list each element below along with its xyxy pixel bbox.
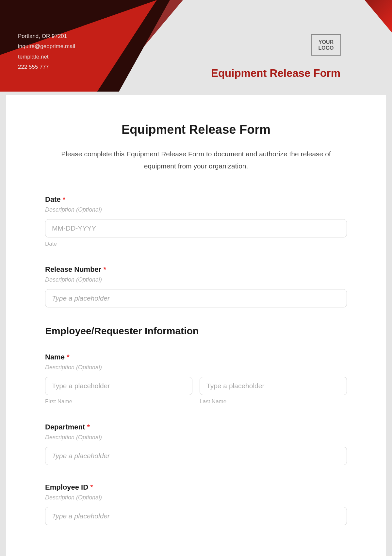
org-contact-block: Portland, OR 97201 inquire@geoprime.mail… xyxy=(18,31,75,72)
first-name-input[interactable] xyxy=(45,377,192,395)
banner-corner-accent xyxy=(346,0,392,33)
first-name-helper: First Name xyxy=(45,398,192,405)
required-marker: * xyxy=(104,265,106,273)
logo-text: YOUR LOGO xyxy=(312,39,340,51)
department-label: Department xyxy=(45,423,85,431)
release-number-input[interactable] xyxy=(45,289,347,307)
date-description: Description (Optional) xyxy=(45,206,347,213)
date-label-row: Date * xyxy=(45,195,347,204)
field-date: Date * Description (Optional) Date xyxy=(45,195,347,247)
date-helper: Date xyxy=(45,241,347,247)
org-email: inquire@geoprime.mail xyxy=(18,41,75,51)
required-marker: * xyxy=(67,353,70,361)
org-website: template.net xyxy=(18,52,75,62)
department-input[interactable] xyxy=(45,447,347,465)
section-employee-heading: Employee/Requester Information xyxy=(45,325,347,337)
last-name-helper: Last Name xyxy=(200,398,347,405)
logo-placeholder: YOUR LOGO xyxy=(311,34,341,56)
org-address: Portland, OR 97201 xyxy=(18,31,75,41)
name-label: Name xyxy=(45,353,65,361)
header-banner: Portland, OR 97201 inquire@geoprime.mail… xyxy=(0,0,392,92)
field-release-number: Release Number * Description (Optional) xyxy=(45,265,347,307)
date-label: Date xyxy=(45,195,61,203)
name-label-row: Name * xyxy=(45,353,347,361)
release-number-description: Description (Optional) xyxy=(45,276,347,283)
field-employee-id: Employee ID * Description (Optional) xyxy=(45,483,347,525)
release-number-label-row: Release Number * xyxy=(45,265,347,274)
release-number-label: Release Number xyxy=(45,265,101,273)
employee-id-input[interactable] xyxy=(45,507,347,525)
name-inputs-row: First Name Last Name xyxy=(45,377,347,405)
org-phone: 222 555 777 xyxy=(18,62,75,72)
department-label-row: Department * xyxy=(45,423,347,431)
employee-id-description: Description (Optional) xyxy=(45,494,347,501)
required-marker: * xyxy=(90,483,93,491)
page-intro: Please complete this Equipment Release F… xyxy=(45,148,347,172)
employee-id-label: Employee ID xyxy=(45,483,88,491)
last-name-input[interactable] xyxy=(200,377,347,395)
date-input[interactable] xyxy=(45,219,347,237)
banner-title: Equipment Release Form xyxy=(211,67,340,79)
form-page: Equipment Release Form Please complete t… xyxy=(6,95,386,556)
department-description: Description (Optional) xyxy=(45,434,347,441)
required-marker: * xyxy=(87,423,90,431)
field-name: Name * Description (Optional) First Name… xyxy=(45,353,347,405)
required-marker: * xyxy=(63,195,66,203)
page-title: Equipment Release Form xyxy=(45,123,347,137)
field-department: Department * Description (Optional) xyxy=(45,423,347,465)
name-description: Description (Optional) xyxy=(45,364,347,371)
employee-id-label-row: Employee ID * xyxy=(45,483,347,492)
